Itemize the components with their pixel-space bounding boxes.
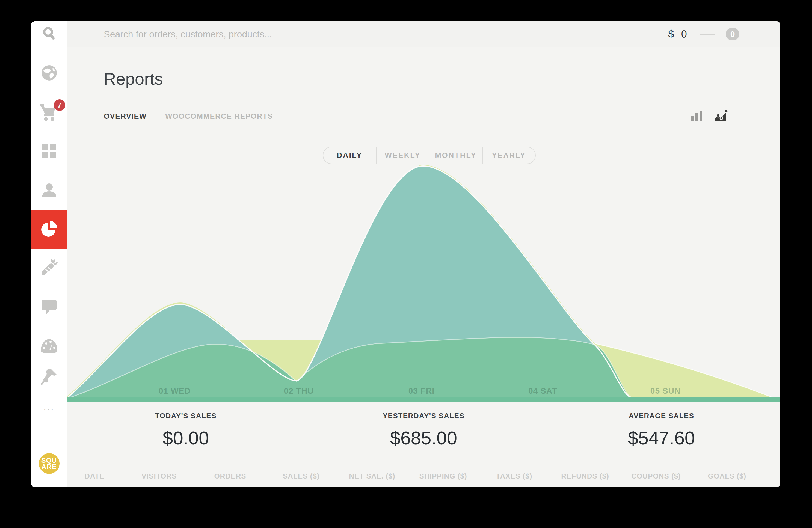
- gauge-icon: [40, 338, 58, 353]
- chart-type-switcher: [691, 109, 728, 123]
- sidebar-item-dashboard[interactable]: [31, 135, 67, 167]
- col-visitors[interactable]: VISITORS: [124, 472, 195, 481]
- stat-yesterdays-sales: YESTERDAY'S SALES $685.00: [305, 412, 542, 449]
- page-title: Reports: [104, 69, 163, 88]
- col-coupons[interactable]: COUPONS ($): [621, 472, 692, 481]
- person-icon: [40, 182, 58, 199]
- sidebar-item-products[interactable]: [31, 251, 67, 284]
- area-chart-icon[interactable]: [714, 109, 728, 123]
- col-net-sales[interactable]: NET SAL. ($): [337, 472, 408, 481]
- stat-label: TODAY'S SALES: [155, 412, 217, 420]
- sidebar-item-more[interactable]: ...: [31, 391, 67, 423]
- globe-icon: [41, 64, 58, 82]
- stat-todays-sales: TODAY'S SALES $0.00: [67, 412, 305, 449]
- topbar-cart-summary[interactable]: $ 0 0: [668, 28, 739, 40]
- logo-text-line2: ARE: [42, 464, 57, 470]
- divider-dash: [699, 33, 715, 35]
- x-label-04-sat: 04 SAT: [528, 386, 557, 396]
- pie-chart-icon: [40, 220, 58, 238]
- col-goals[interactable]: GOALS ($): [692, 472, 763, 481]
- sidebar-item-cart[interactable]: 7: [31, 96, 67, 129]
- x-label-02-thu: 02 THU: [284, 386, 314, 396]
- cart-total: $ 0: [668, 28, 689, 40]
- stat-value: $685.00: [390, 427, 457, 449]
- speech-bubble-icon: [41, 299, 57, 314]
- bar-chart-icon[interactable]: [691, 110, 703, 123]
- grid-icon: [41, 143, 57, 159]
- divider: [67, 459, 780, 459]
- cart-badge: 7: [54, 99, 65, 111]
- search-input[interactable]: [104, 29, 486, 40]
- x-label-05-sun: 05 SUN: [650, 386, 681, 396]
- search-icon: [42, 26, 57, 42]
- logo-text-line1: SQU: [41, 457, 57, 464]
- carrot-icon: [40, 258, 58, 277]
- range-monthly[interactable]: MONTHLY: [430, 147, 483, 163]
- x-label-03-fri: 03 FRI: [408, 386, 435, 396]
- sidebar-item-search[interactable]: [31, 21, 67, 47]
- x-label-01-wed: 01 WED: [159, 386, 191, 396]
- stat-label: YESTERDAY'S SALES: [383, 412, 464, 420]
- sidebar: 7: [31, 21, 67, 487]
- range-yearly[interactable]: YEARLY: [483, 147, 535, 163]
- col-taxes[interactable]: TAXES ($): [479, 472, 550, 481]
- sidebar-item-customers[interactable]: [31, 174, 67, 207]
- pin-icon: [41, 367, 58, 385]
- sidebar-item-comments[interactable]: [31, 290, 67, 323]
- tab-woocommerce-reports[interactable]: WOOCOMMERCE REPORTS: [165, 112, 273, 121]
- sidebar-item-world[interactable]: [31, 57, 67, 89]
- col-date[interactable]: DATE: [85, 472, 124, 481]
- col-sales[interactable]: SALES ($): [266, 472, 337, 481]
- report-table-header: DATE VISITORS ORDERS SALES ($) NET SAL. …: [67, 472, 780, 481]
- col-shipping[interactable]: SHIPPING ($): [408, 472, 479, 481]
- stat-value: $547.60: [628, 427, 695, 449]
- range-weekly[interactable]: WEEKLY: [377, 147, 430, 163]
- sidebar-item-performance[interactable]: [31, 329, 67, 362]
- sales-area-chart: [67, 136, 780, 402]
- tab-overview[interactable]: OVERVIEW: [104, 112, 147, 121]
- col-refunds[interactable]: REFUNDS ($): [550, 472, 621, 481]
- range-daily[interactable]: DAILY: [323, 147, 377, 163]
- topbar: $ 0 0: [67, 21, 780, 47]
- stat-average-sales: AVERAGE SALES $547.60: [542, 412, 780, 449]
- cart-count-badge: 0: [726, 28, 739, 40]
- tab-row: OVERVIEW WOOCOMMERCE REPORTS: [104, 112, 273, 121]
- main-content: Reports OVERVIEW WOOCOMMERCE REPORTS: [67, 47, 780, 487]
- sidebar-item-reports[interactable]: [31, 210, 67, 249]
- app-window: 7: [31, 21, 780, 487]
- ellipsis-icon: ...: [43, 401, 54, 412]
- col-orders[interactable]: ORDERS: [195, 472, 266, 481]
- stats-row: TODAY'S SALES $0.00 YESTERDAY'S SALES $6…: [67, 412, 780, 449]
- stat-value: $0.00: [162, 427, 209, 449]
- square-logo-badge: SQU ARE: [39, 453, 59, 474]
- sidebar-item-pinned[interactable]: [31, 360, 67, 393]
- square-logo[interactable]: SQU ARE: [31, 447, 67, 480]
- stat-label: AVERAGE SALES: [628, 412, 694, 420]
- cart-icon: 7: [39, 103, 59, 121]
- range-toggle: DAILY WEEKLY MONTHLY YEARLY: [323, 147, 536, 164]
